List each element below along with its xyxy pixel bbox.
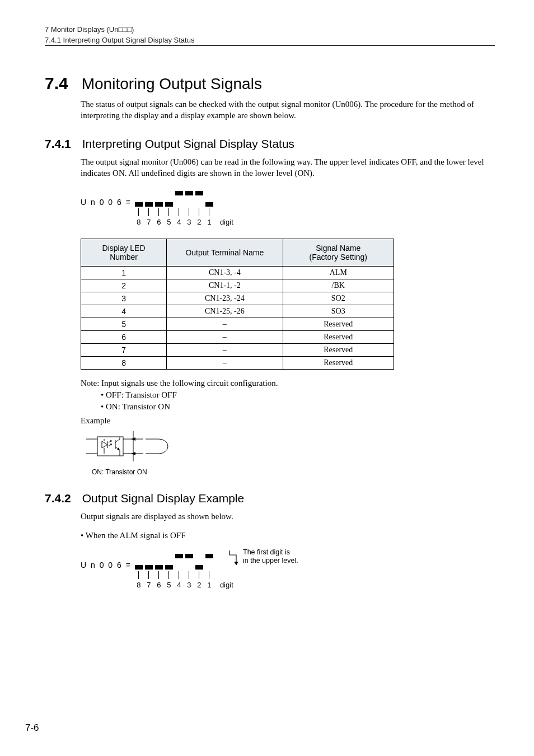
digit-number: 4 — [177, 218, 181, 226]
cell-terminal-name: CN1-23, -24 — [167, 292, 283, 305]
table-row: 1CN1-3, -4ALM — [81, 267, 394, 279]
cell-led-number: 2 — [81, 279, 167, 292]
segment-bottom — [155, 202, 163, 207]
segment-bottom — [205, 565, 213, 570]
display-prefix: U n 0 0 6 = — [81, 191, 132, 207]
subsection-742-para: Output signals are displayed as shown be… — [81, 511, 495, 522]
segment-top — [145, 191, 153, 195]
running-header-chapter: 7 Monitor Displays (Un□□□) — [45, 25, 495, 34]
digit-number: 1 — [207, 581, 211, 589]
digit-number: 5 — [167, 218, 171, 226]
segment-top — [155, 191, 163, 195]
digit-number: 2 — [197, 581, 201, 589]
example-label: Example — [81, 416, 495, 426]
cell-led-number: 8 — [81, 357, 167, 370]
digit-number: 7 — [147, 581, 151, 589]
pointer-line — [209, 208, 209, 216]
table-row: 4CN1-25, -26SO3 — [81, 305, 394, 318]
table-row: 5–Reserved — [81, 318, 394, 331]
note-block: Note: Input signals use the following ci… — [81, 377, 495, 413]
segment-top — [195, 554, 203, 558]
pointer-line — [148, 208, 149, 216]
subsection-title: Interpreting Output Signal Display Statu… — [82, 137, 294, 151]
segment-top — [165, 554, 173, 558]
digit-column: 6 — [154, 191, 164, 226]
section-heading: 7.4 Monitoring Output Signals — [45, 74, 495, 93]
segment-top — [155, 554, 163, 558]
table-header-signal: Signal Name(Factory Setting) — [283, 239, 394, 267]
signal-table: Display LEDNumber Output Terminal Name S… — [81, 239, 394, 370]
segment-top — [185, 554, 193, 558]
section-number: 7.4 — [45, 74, 68, 93]
segment-bottom — [155, 565, 163, 570]
segment-bottom — [135, 565, 143, 570]
segment-bottom — [145, 565, 153, 570]
pointer-line — [189, 571, 189, 579]
segment-top — [165, 191, 173, 195]
table-row: 6–Reserved — [81, 331, 394, 344]
pointer-line — [199, 571, 199, 579]
digit-column: 7 — [144, 191, 154, 226]
cell-terminal-name: – — [167, 344, 283, 357]
pointer-line — [209, 571, 209, 579]
cell-led-number: 3 — [81, 292, 167, 305]
pointer-line — [158, 208, 159, 216]
cell-terminal-name: CN1-25, -26 — [167, 305, 283, 318]
display-columns: 87654321 — [134, 191, 214, 226]
subsection-heading-741: 7.4.1 Interpreting Output Signal Display… — [45, 137, 495, 151]
segment-top — [135, 554, 143, 558]
digit-number: 1 — [207, 218, 211, 226]
segment-top — [195, 191, 203, 195]
pointer-line — [138, 208, 139, 216]
callout-line2: in the upper level. — [243, 557, 298, 565]
svg-marker-24 — [234, 562, 238, 565]
subsection-741-para: The output signal monitor (Un006) can be… — [81, 156, 495, 179]
digit-column: 5 — [164, 191, 174, 226]
cell-terminal-name: – — [167, 357, 283, 370]
subsection-number: 7.4.2 — [45, 492, 71, 505]
cell-led-number: 7 — [81, 344, 167, 357]
cell-led-number: 6 — [81, 331, 167, 344]
segment-bottom — [195, 202, 203, 207]
cell-led-number: 4 — [81, 305, 167, 318]
circuit-figure — [81, 431, 181, 465]
digit-column: 7 — [144, 554, 154, 589]
digit-column: 2 — [194, 554, 204, 589]
alm-off-bullet: • When the ALM signal is OFF — [81, 530, 495, 541]
subsection-number: 7.4.1 — [45, 137, 71, 151]
digit-number: 8 — [137, 581, 140, 589]
segment-top — [205, 191, 213, 195]
cell-signal-name: Reserved — [283, 331, 394, 344]
digit-number: 5 — [167, 581, 171, 589]
segment-bottom — [175, 202, 183, 207]
pointer-line — [179, 208, 179, 216]
cell-terminal-name: – — [167, 318, 283, 331]
segment-top — [175, 191, 183, 195]
segment-bottom — [165, 202, 173, 207]
cell-signal-name: /BK — [283, 279, 394, 292]
digit-number: 6 — [157, 581, 161, 589]
digit-number: 7 — [147, 218, 151, 226]
digit-column: 8 — [134, 191, 144, 226]
cell-signal-name: Reserved — [283, 357, 394, 370]
table-row: 2CN1-1, -2/BK — [81, 279, 394, 292]
digit-column: 8 — [134, 554, 144, 589]
digit-word: digit — [220, 191, 233, 226]
segment-bottom — [185, 565, 193, 570]
subsection-title: Output Signal Display Example — [82, 492, 244, 505]
circuit-caption: ON: Transistor ON — [92, 468, 495, 476]
segment-bottom — [145, 202, 153, 207]
cell-signal-name: Reserved — [283, 344, 394, 357]
pointer-line — [179, 571, 179, 579]
cell-led-number: 5 — [81, 318, 167, 331]
pointer-line — [168, 208, 169, 216]
section-intro: The status of output signals can be chec… — [81, 99, 495, 122]
display-diagram-2-block: U n 0 0 6 = 87654321 digit The first dig… — [81, 554, 495, 589]
digit-column: 1 — [204, 191, 214, 226]
digit-number: 2 — [197, 218, 201, 226]
digit-number: 3 — [187, 218, 191, 226]
cell-signal-name: SO2 — [283, 292, 394, 305]
subsection-heading-742: 7.4.2 Output Signal Display Example — [45, 492, 495, 505]
digit-column: 1 — [204, 554, 214, 589]
cell-terminal-name: CN1-3, -4 — [167, 267, 283, 279]
